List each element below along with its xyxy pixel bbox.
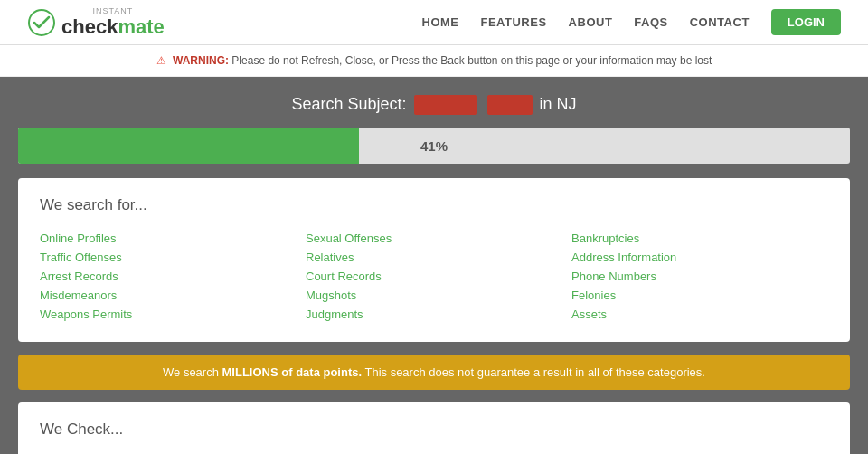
item-misdemeanors: Misdemeanors [40, 286, 297, 305]
search-col-1: Online Profiles Traffic Offenses Arrest … [40, 229, 297, 324]
search-prefix: Search Subject: [291, 95, 406, 113]
search-suffix: in NJ [540, 95, 577, 113]
item-sexual-offenses: Sexual Offenses [306, 229, 562, 248]
search-items-grid: Online Profiles Traffic Offenses Arrest … [40, 229, 828, 324]
logo-brand: checkmate [61, 15, 165, 38]
navbar: INSTANT checkmate HOME FEATURES ABOUT FA… [0, 0, 868, 45]
main-content: Search Subject: in NJ 41% We search for.… [0, 77, 868, 454]
item-online-profiles: Online Profiles [40, 229, 297, 248]
progress-fill [18, 128, 359, 164]
we-search-card: We search for... Online Profiles Traffic… [18, 178, 850, 342]
we-check-title: We Check... [40, 421, 828, 439]
we-search-title: We search for... [40, 196, 828, 214]
nav-about[interactable]: ABOUT [569, 15, 613, 29]
nav-home[interactable]: HOME [422, 15, 459, 29]
item-traffic-offenses: Traffic Offenses [40, 248, 297, 267]
logo-check: check [61, 15, 118, 38]
item-phone-numbers: Phone Numbers [571, 267, 828, 286]
item-bankruptcies: Bankruptcies [571, 229, 828, 248]
we-check-card: We Check... Federal Data Sources [18, 402, 850, 454]
logo-icon [27, 8, 56, 37]
warning-bar: ⚠ WARNING: Please do not Refresh, Close,… [0, 45, 868, 77]
logo: INSTANT checkmate [27, 6, 165, 39]
gold-bar-highlight: MILLIONS of data points. [222, 365, 363, 379]
item-weapons-permits: Weapons Permits [40, 305, 297, 324]
logo-text: INSTANT checkmate [61, 6, 165, 39]
nav-faqs[interactable]: FAQS [634, 15, 667, 29]
search-col-2: Sexual Offenses Relatives Court Records … [306, 229, 562, 324]
warning-message: Please do not Refresh, Close, or Press t… [231, 54, 712, 67]
nav-contact[interactable]: CONTACT [690, 15, 750, 29]
redacted-last-name [487, 95, 533, 115]
logo-mate: mate [118, 15, 164, 38]
logo-instant: INSTANT [61, 6, 165, 15]
search-col-3: Bankruptcies Address Information Phone N… [571, 229, 828, 324]
item-address-information: Address Information [571, 248, 828, 267]
item-arrest-records: Arrest Records [40, 267, 297, 286]
item-assets: Assets [571, 305, 828, 324]
item-court-records: Court Records [306, 267, 562, 286]
gold-bar: We search MILLIONS of data points. This … [18, 355, 850, 390]
item-mugshots: Mugshots [306, 286, 562, 305]
item-relatives: Relatives [306, 248, 562, 267]
nav-features[interactable]: FEATURES [481, 15, 547, 29]
progress-label: 41% [420, 138, 448, 154]
item-felonies: Felonies [571, 286, 828, 305]
warning-icon: ⚠ [156, 54, 166, 67]
nav-links: HOME FEATURES ABOUT FAQS CONTACT LOGIN [422, 9, 842, 35]
svg-point-0 [29, 10, 54, 35]
warning-label: WARNING: [173, 54, 229, 67]
search-subject: Search Subject: in NJ [18, 95, 850, 115]
progress-bar-container: 41% [18, 128, 850, 164]
item-judgments: Judgments [306, 305, 562, 324]
gold-bar-prefix: We search [163, 365, 222, 379]
login-button[interactable]: LOGIN [771, 9, 841, 35]
redacted-first-name [414, 95, 477, 115]
gold-bar-suffix: This search does not guarantee a result … [362, 365, 705, 379]
